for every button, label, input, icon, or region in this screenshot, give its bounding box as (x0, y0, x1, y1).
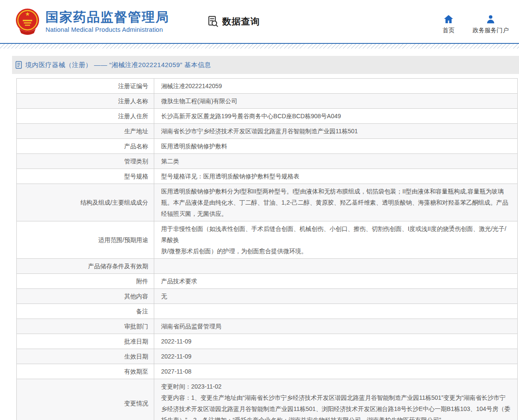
table-row: 审批部门湖南省药品监督管理局 (17, 319, 518, 334)
nav-item-home[interactable]: 首页 (443, 9, 455, 34)
row-value: 湘械注准20222142059 (154, 79, 518, 94)
info-table-body: 注册证编号湘械注准20222142059注册人名称微肽生物工程(湖南)有限公司注… (17, 79, 518, 420)
row-label: 产品储存条件及有效期 (17, 259, 154, 274)
row-label: 型号规格 (17, 169, 154, 184)
org-title-block: 国家药品监督管理局 National Medical Products Admi… (46, 10, 169, 33)
table-row: 产品储存条件及有效期 (17, 259, 518, 274)
row-value: 第二类 (154, 154, 518, 169)
row-value: 2027-11-08 (154, 364, 518, 379)
row-label: 备注 (17, 304, 154, 319)
page-header: ★ 国家药品监督管理局 National Medical Products Ad… (0, 0, 519, 43)
table-row: 批准日期2022-11-09 (17, 334, 518, 349)
row-label: 注册人名称 (17, 94, 154, 109)
table-row: 变更情况变更时间：2023-11-02 变更内容：1、变更生产地址由“湖南省长沙… (17, 379, 518, 420)
document-search-icon (207, 15, 219, 28)
org-name-cn: 国家药品监督管理局 (46, 10, 169, 25)
table-row: 备注 (17, 304, 518, 319)
table-row: 生产地址湖南省长沙市宁乡经济技术开发区谐园北路蓝月谷智能制造产业园11栋501 (17, 124, 518, 139)
table-row: 管理类别第二类 (17, 154, 518, 169)
org-name-en: National Medical Products Administration (46, 26, 169, 33)
row-value: 型号规格详见：医用透明质酸钠修护敷料型号规格表 (154, 169, 518, 184)
row-label: 结构及组成/主要组成成分 (17, 184, 154, 221)
row-label: 生产地址 (17, 124, 154, 139)
row-value: 2022-11-09 (154, 349, 518, 364)
table-row: 型号规格型号规格详见：医用透明质酸钠修护敷料型号规格表 (17, 169, 518, 184)
national-emblem-logo: ★ (15, 8, 40, 35)
row-label: 附件 (17, 274, 154, 289)
table-row: 注册人住所长沙高新开发区麓龙路199号麓谷商务中心BCD座BCD栋908号A04… (17, 109, 518, 124)
row-label: 适用范围/预期用途 (17, 221, 154, 259)
row-value: 无 (154, 289, 518, 304)
table-row: 注册证编号湘械注准20222142059 (17, 79, 518, 94)
row-value: 长沙高新开发区麓龙路199号麓谷商务中心BCD座BCD栋908号A049 (154, 109, 518, 124)
data-query-nav[interactable]: 数据查询 (207, 15, 260, 28)
row-value: 湖南省长沙市宁乡经济技术开发区谐园北路蓝月谷智能制造产业园11栋501 (154, 124, 518, 139)
table-row: 生效日期2022-11-09 (17, 349, 518, 364)
row-value: 医用透明质酸钠修护敷料分为I型和II型两种型号。I型由液体和无纺布膜组成，铝箔袋… (154, 184, 518, 221)
table-row: 附件产品技术要求 (17, 274, 518, 289)
registration-info-table-wrap: 注册证编号湘械注准20222142059注册人名称微肽生物工程(湖南)有限公司注… (16, 78, 518, 420)
nav-portal-label: 政务服务门户 (473, 27, 509, 34)
table-row: 注册人名称微肽生物工程(湖南)有限公司 (17, 94, 518, 109)
breadcrumb-text: 境内医疗器械（注册） —— “湘械注准20222142059” 基本信息 (25, 61, 211, 69)
row-label: 变更情况 (17, 379, 154, 420)
row-value: 湖南省药品监督管理局 (154, 319, 518, 334)
row-value: 微肽生物工程(湖南)有限公司 (154, 94, 518, 109)
row-label: 其他内容 (17, 289, 154, 304)
header-nav: 首页 政务服务门户 (443, 9, 509, 34)
row-label: 注册人住所 (17, 109, 154, 124)
row-label: 产品名称 (17, 139, 154, 154)
table-row: 有效期至2027-11-08 (17, 364, 518, 379)
nav-item-portal[interactable]: 政务服务门户 (473, 9, 509, 34)
row-label: 注册证编号 (17, 79, 154, 94)
row-value: 2022-11-09 (154, 334, 518, 349)
table-row: 适用范围/预期用途用于非慢性创面（如浅表性创面、手术后缝合创面、机械创伤、小创口… (17, 221, 518, 259)
data-query-label: 数据查询 (222, 15, 260, 28)
row-value (154, 259, 518, 274)
document-icon (15, 61, 22, 69)
row-label: 批准日期 (17, 334, 154, 349)
row-value: 变更时间：2023-11-02 变更内容：1、变更生产地址由“湖南省长沙市宁乡经… (154, 379, 518, 420)
table-row: 产品名称医用透明质酸钠修护敷料 (17, 139, 518, 154)
row-value (154, 304, 518, 319)
user-icon (486, 15, 495, 24)
row-label: 审批部门 (17, 319, 154, 334)
table-row: 结构及组成/主要组成成分医用透明质酸钠修护敷料分为I型和II型两种型号。I型由液… (17, 184, 518, 221)
row-value: 产品技术要求 (154, 274, 518, 289)
table-row: 其他内容无 (17, 289, 518, 304)
row-label: 有效期至 (17, 364, 154, 379)
registration-info-table: 注册证编号湘械注准20222142059注册人名称微肽生物工程(湖南)有限公司注… (16, 78, 518, 420)
home-icon (443, 15, 454, 24)
row-value: 医用透明质酸钠修护敷料 (154, 139, 518, 154)
row-value: 用于非慢性创面（如浅表性创面、手术后缝合创面、机械创伤、小创口、擦伤、切割伤创面… (154, 221, 518, 259)
svg-text:★: ★ (25, 11, 30, 17)
header-divider (0, 43, 519, 49)
breadcrumb: 境内医疗器械（注册） —— “湘械注准20222142059” 基本信息 (12, 56, 519, 74)
row-label: 管理类别 (17, 154, 154, 169)
nav-home-label: 首页 (443, 27, 455, 34)
row-label: 生效日期 (17, 349, 154, 364)
